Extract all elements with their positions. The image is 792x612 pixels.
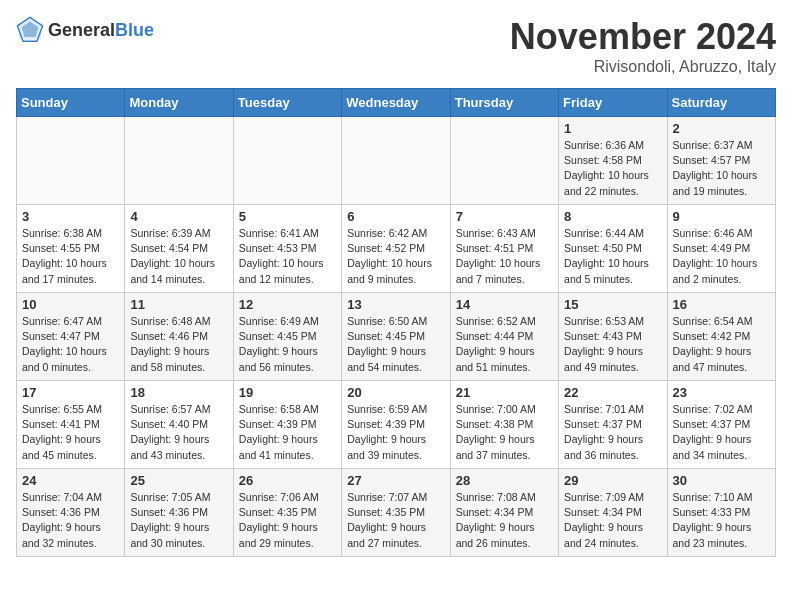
calendar-cell: 23Sunrise: 7:02 AM Sunset: 4:37 PM Dayli… — [667, 381, 775, 469]
calendar-cell: 27Sunrise: 7:07 AM Sunset: 4:35 PM Dayli… — [342, 469, 450, 557]
day-number: 7 — [456, 209, 553, 224]
weekday-header-sunday: Sunday — [17, 89, 125, 117]
calendar-cell: 25Sunrise: 7:05 AM Sunset: 4:36 PM Dayli… — [125, 469, 233, 557]
calendar-cell: 5Sunrise: 6:41 AM Sunset: 4:53 PM Daylig… — [233, 205, 341, 293]
location-title: Rivisondoli, Abruzzo, Italy — [510, 58, 776, 76]
day-info: Sunrise: 6:47 AM Sunset: 4:47 PM Dayligh… — [22, 314, 119, 375]
weekday-header-saturday: Saturday — [667, 89, 775, 117]
day-number: 21 — [456, 385, 553, 400]
day-info: Sunrise: 7:10 AM Sunset: 4:33 PM Dayligh… — [673, 490, 770, 551]
day-number: 2 — [673, 121, 770, 136]
calendar-cell: 6Sunrise: 6:42 AM Sunset: 4:52 PM Daylig… — [342, 205, 450, 293]
day-number: 30 — [673, 473, 770, 488]
day-info: Sunrise: 6:59 AM Sunset: 4:39 PM Dayligh… — [347, 402, 444, 463]
calendar-week-1: 1Sunrise: 6:36 AM Sunset: 4:58 PM Daylig… — [17, 117, 776, 205]
calendar-cell: 4Sunrise: 6:39 AM Sunset: 4:54 PM Daylig… — [125, 205, 233, 293]
calendar-cell: 13Sunrise: 6:50 AM Sunset: 4:45 PM Dayli… — [342, 293, 450, 381]
calendar-cell: 21Sunrise: 7:00 AM Sunset: 4:38 PM Dayli… — [450, 381, 558, 469]
calendar-cell: 14Sunrise: 6:52 AM Sunset: 4:44 PM Dayli… — [450, 293, 558, 381]
calendar-table: SundayMondayTuesdayWednesdayThursdayFrid… — [16, 88, 776, 557]
day-number: 22 — [564, 385, 661, 400]
weekday-header-wednesday: Wednesday — [342, 89, 450, 117]
day-number: 16 — [673, 297, 770, 312]
calendar-cell: 29Sunrise: 7:09 AM Sunset: 4:34 PM Dayli… — [559, 469, 667, 557]
calendar-cell: 16Sunrise: 6:54 AM Sunset: 4:42 PM Dayli… — [667, 293, 775, 381]
day-number: 5 — [239, 209, 336, 224]
day-number: 15 — [564, 297, 661, 312]
day-number: 24 — [22, 473, 119, 488]
calendar-cell: 30Sunrise: 7:10 AM Sunset: 4:33 PM Dayli… — [667, 469, 775, 557]
day-info: Sunrise: 6:36 AM Sunset: 4:58 PM Dayligh… — [564, 138, 661, 199]
calendar-cell: 17Sunrise: 6:55 AM Sunset: 4:41 PM Dayli… — [17, 381, 125, 469]
month-title: November 2024 — [510, 16, 776, 58]
day-info: Sunrise: 7:09 AM Sunset: 4:34 PM Dayligh… — [564, 490, 661, 551]
day-info: Sunrise: 6:43 AM Sunset: 4:51 PM Dayligh… — [456, 226, 553, 287]
calendar-cell: 11Sunrise: 6:48 AM Sunset: 4:46 PM Dayli… — [125, 293, 233, 381]
calendar-cell: 28Sunrise: 7:08 AM Sunset: 4:34 PM Dayli… — [450, 469, 558, 557]
day-info: Sunrise: 6:57 AM Sunset: 4:40 PM Dayligh… — [130, 402, 227, 463]
day-number: 23 — [673, 385, 770, 400]
day-info: Sunrise: 7:08 AM Sunset: 4:34 PM Dayligh… — [456, 490, 553, 551]
day-number: 17 — [22, 385, 119, 400]
calendar-cell — [125, 117, 233, 205]
day-number: 13 — [347, 297, 444, 312]
calendar-week-3: 10Sunrise: 6:47 AM Sunset: 4:47 PM Dayli… — [17, 293, 776, 381]
weekday-header-thursday: Thursday — [450, 89, 558, 117]
calendar-cell: 2Sunrise: 6:37 AM Sunset: 4:57 PM Daylig… — [667, 117, 775, 205]
day-info: Sunrise: 6:52 AM Sunset: 4:44 PM Dayligh… — [456, 314, 553, 375]
calendar-cell: 22Sunrise: 7:01 AM Sunset: 4:37 PM Dayli… — [559, 381, 667, 469]
day-number: 14 — [456, 297, 553, 312]
calendar-cell: 15Sunrise: 6:53 AM Sunset: 4:43 PM Dayli… — [559, 293, 667, 381]
day-info: Sunrise: 6:39 AM Sunset: 4:54 PM Dayligh… — [130, 226, 227, 287]
day-info: Sunrise: 7:07 AM Sunset: 4:35 PM Dayligh… — [347, 490, 444, 551]
calendar-week-2: 3Sunrise: 6:38 AM Sunset: 4:55 PM Daylig… — [17, 205, 776, 293]
calendar-cell — [17, 117, 125, 205]
calendar-week-5: 24Sunrise: 7:04 AM Sunset: 4:36 PM Dayli… — [17, 469, 776, 557]
day-info: Sunrise: 7:05 AM Sunset: 4:36 PM Dayligh… — [130, 490, 227, 551]
day-info: Sunrise: 6:48 AM Sunset: 4:46 PM Dayligh… — [130, 314, 227, 375]
day-number: 26 — [239, 473, 336, 488]
day-info: Sunrise: 6:55 AM Sunset: 4:41 PM Dayligh… — [22, 402, 119, 463]
day-number: 19 — [239, 385, 336, 400]
weekday-header-monday: Monday — [125, 89, 233, 117]
calendar-cell: 24Sunrise: 7:04 AM Sunset: 4:36 PM Dayli… — [17, 469, 125, 557]
day-number: 27 — [347, 473, 444, 488]
day-info: Sunrise: 7:04 AM Sunset: 4:36 PM Dayligh… — [22, 490, 119, 551]
calendar-cell: 18Sunrise: 6:57 AM Sunset: 4:40 PM Dayli… — [125, 381, 233, 469]
title-block: November 2024 Rivisondoli, Abruzzo, Ital… — [510, 16, 776, 76]
day-number: 1 — [564, 121, 661, 136]
day-number: 6 — [347, 209, 444, 224]
calendar-cell: 19Sunrise: 6:58 AM Sunset: 4:39 PM Dayli… — [233, 381, 341, 469]
day-number: 10 — [22, 297, 119, 312]
day-info: Sunrise: 6:37 AM Sunset: 4:57 PM Dayligh… — [673, 138, 770, 199]
day-number: 20 — [347, 385, 444, 400]
day-info: Sunrise: 6:50 AM Sunset: 4:45 PM Dayligh… — [347, 314, 444, 375]
day-info: Sunrise: 6:58 AM Sunset: 4:39 PM Dayligh… — [239, 402, 336, 463]
day-number: 29 — [564, 473, 661, 488]
calendar-cell: 20Sunrise: 6:59 AM Sunset: 4:39 PM Dayli… — [342, 381, 450, 469]
logo: GeneralBlue — [16, 16, 154, 44]
calendar-cell: 10Sunrise: 6:47 AM Sunset: 4:47 PM Dayli… — [17, 293, 125, 381]
calendar-cell: 8Sunrise: 6:44 AM Sunset: 4:50 PM Daylig… — [559, 205, 667, 293]
logo-text: GeneralBlue — [48, 20, 154, 41]
weekday-header-friday: Friday — [559, 89, 667, 117]
calendar-cell: 3Sunrise: 6:38 AM Sunset: 4:55 PM Daylig… — [17, 205, 125, 293]
day-info: Sunrise: 6:44 AM Sunset: 4:50 PM Dayligh… — [564, 226, 661, 287]
calendar-cell — [233, 117, 341, 205]
day-number: 28 — [456, 473, 553, 488]
calendar-cell — [450, 117, 558, 205]
logo-icon — [16, 16, 44, 44]
day-number: 9 — [673, 209, 770, 224]
logo-blue: Blue — [115, 20, 154, 40]
logo-general: General — [48, 20, 115, 40]
page-header: GeneralBlue November 2024 Rivisondoli, A… — [16, 16, 776, 76]
day-number: 4 — [130, 209, 227, 224]
day-info: Sunrise: 7:06 AM Sunset: 4:35 PM Dayligh… — [239, 490, 336, 551]
calendar-cell: 1Sunrise: 6:36 AM Sunset: 4:58 PM Daylig… — [559, 117, 667, 205]
calendar-cell: 12Sunrise: 6:49 AM Sunset: 4:45 PM Dayli… — [233, 293, 341, 381]
day-number: 12 — [239, 297, 336, 312]
day-number: 18 — [130, 385, 227, 400]
calendar-cell: 26Sunrise: 7:06 AM Sunset: 4:35 PM Dayli… — [233, 469, 341, 557]
day-number: 3 — [22, 209, 119, 224]
calendar-cell: 7Sunrise: 6:43 AM Sunset: 4:51 PM Daylig… — [450, 205, 558, 293]
